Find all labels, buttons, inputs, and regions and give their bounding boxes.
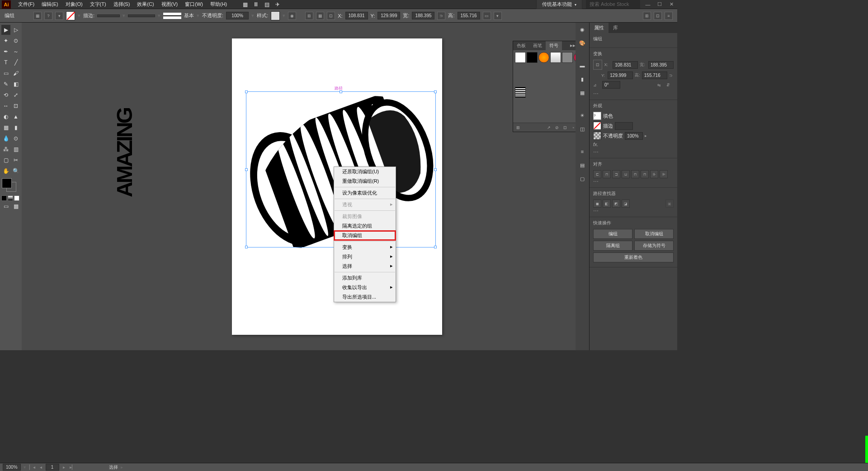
distribute-h-icon[interactable]: ⊪ — [650, 170, 658, 178]
mesh-tool[interactable]: ▦ — [1, 123, 10, 133]
reference-point[interactable]: ⊡ — [327, 12, 335, 20]
menu-item[interactable]: 视图(V) — [158, 1, 182, 8]
pathfinder-intersect-icon[interactable]: ◩ — [612, 200, 620, 208]
close-icon[interactable]: ✕ — [667, 1, 675, 7]
more-options-icon[interactable]: ⋯ — [593, 178, 599, 185]
recolor-icon[interactable]: ◉ — [288, 12, 296, 20]
line-tool[interactable]: ╱ — [11, 57, 20, 67]
screen-mode-icon[interactable]: ▭ — [1, 201, 10, 211]
slice-tool[interactable]: ✂ — [11, 155, 20, 165]
scale-tool[interactable]: ⤢ — [11, 90, 20, 100]
symbol-item[interactable] — [550, 52, 561, 63]
stroke-weight-input[interactable] — [615, 122, 633, 130]
tab-libraries[interactable]: 库 — [609, 23, 623, 33]
resize-handle[interactable] — [434, 90, 437, 93]
pathfinder-unite-icon[interactable]: ◼ — [593, 200, 601, 208]
quick-ungroup-button[interactable]: 取消编组 — [634, 229, 674, 239]
more-options-icon[interactable]: ⋯ — [593, 90, 599, 97]
context-menu-item[interactable]: 选择 — [334, 262, 396, 271]
none-mode-icon[interactable] — [14, 195, 19, 201]
h-input[interactable]: 155.716 — [458, 12, 480, 19]
options-icon[interactable]: ⊡ — [562, 124, 568, 131]
resize-handle[interactable] — [245, 246, 248, 248]
menu-item[interactable]: 文字(T) — [86, 1, 110, 8]
prefs-icon[interactable]: ⊡ — [654, 12, 662, 20]
gradient-tool[interactable]: ▮ — [11, 123, 20, 133]
pathfinder-exclude-icon[interactable]: ◪ — [622, 200, 630, 208]
blend-tool[interactable]: ⊙ — [11, 133, 20, 143]
align-vcenter-icon[interactable]: ⊓ — [631, 170, 639, 178]
tab-properties[interactable]: 属性 — [590, 23, 609, 33]
type-tool[interactable]: T — [1, 57, 10, 67]
context-menu-item[interactable]: 添加到库 — [334, 273, 396, 283]
flip-h-icon[interactable]: ⇋ — [657, 83, 665, 87]
quick-recolor-button[interactable]: 重新着色 — [593, 252, 674, 262]
selection-tool[interactable]: ▶ — [1, 25, 10, 35]
link-wh-icon[interactable]: ⊃ — [669, 73, 674, 78]
pen-tool[interactable]: ✒ — [1, 47, 10, 57]
menu-item[interactable]: 帮助(H) — [207, 1, 231, 8]
menu-item[interactable]: 文件(F) — [14, 1, 38, 8]
setup-icon[interactable]: ⊞ — [643, 12, 651, 20]
prop-angle-input[interactable] — [602, 81, 620, 89]
symbol-sprayer-tool[interactable]: ⁂ — [1, 144, 10, 154]
dock-transparency-icon[interactable]: ▦ — [577, 88, 587, 98]
context-menu-item[interactable]: 还原取消编组(U) — [334, 167, 396, 176]
menu-item[interactable]: 对象(O) — [62, 1, 86, 8]
w-input[interactable]: 188.395 — [412, 12, 434, 19]
new-icon[interactable]: ▫ — [570, 124, 576, 131]
menu-item[interactable]: 编辑(E) — [38, 1, 62, 8]
fx-label[interactable]: fx. — [593, 142, 599, 147]
quick-group-button[interactable]: 编组 — [593, 229, 632, 239]
panel-tab-swatches[interactable]: 色板 — [513, 41, 529, 50]
dock-guide-icon[interactable]: 🎨 — [577, 38, 587, 48]
flip-v-icon[interactable]: ⇵ — [666, 83, 674, 87]
color-mode-icon[interactable] — [1, 195, 7, 201]
maximize-icon[interactable]: ☐ — [656, 1, 664, 7]
menubar-icon[interactable]: ▦ — [240, 0, 250, 10]
align-bottom-icon[interactable]: ⊓ — [641, 170, 649, 178]
fill-stroke-swatch[interactable] — [1, 178, 21, 195]
dock-appearance-icon[interactable]: ☀ — [577, 110, 587, 120]
paintbrush-tool[interactable]: 🖌 — [11, 68, 20, 78]
fill-swatch[interactable]: ▦ — [33, 12, 42, 20]
more-options-icon[interactable]: ⋯ — [593, 208, 599, 214]
menu-item[interactable]: 效果(C) — [133, 1, 157, 8]
link-wh-icon[interactable]: ⊃ — [437, 12, 445, 20]
align-top-icon[interactable]: ⊔ — [622, 170, 630, 178]
quick-save-symbol-button[interactable]: 存储为符号 — [634, 241, 674, 251]
symbol-item[interactable] — [527, 52, 538, 63]
context-menu-item[interactable]: 变换 — [334, 243, 396, 252]
stroke-swatch[interactable] — [66, 11, 75, 20]
resize-handle[interactable] — [340, 90, 342, 93]
library-icon[interactable]: ⊞ — [515, 124, 521, 131]
free-transform-tool[interactable]: ⊡ — [11, 101, 20, 111]
resize-handle[interactable] — [245, 90, 248, 93]
opacity-input[interactable]: 100% — [226, 12, 249, 19]
canvas-area[interactable]: AMAZING — [22, 23, 576, 350]
prop-y-input[interactable] — [608, 71, 633, 79]
resize-handle[interactable] — [245, 168, 248, 171]
menubar-icon[interactable]: ▤ — [262, 0, 272, 10]
symbol-item[interactable] — [515, 87, 526, 98]
symbol-item[interactable] — [515, 52, 526, 63]
align-hcenter-icon[interactable]: ⊓ — [603, 170, 611, 178]
menu-item[interactable]: 窗口(W) — [181, 1, 207, 8]
symbol-item[interactable] — [574, 52, 576, 63]
align-left-icon[interactable]: ⊏ — [593, 170, 601, 178]
stroke-weight-input[interactable] — [97, 14, 120, 17]
distribute-v-icon[interactable]: ⊫ — [660, 170, 668, 178]
menubar-icon[interactable]: Ⅲ — [251, 0, 261, 10]
dock-stroke-icon[interactable]: ▬ — [577, 61, 587, 71]
magic-wand-tool[interactable]: ✦ — [1, 36, 10, 46]
symbol-item[interactable] — [538, 52, 549, 63]
shape-builder-tool[interactable]: ◐ — [1, 112, 10, 122]
dock-asset-icon[interactable]: ▤ — [577, 160, 587, 170]
artboard-tool[interactable]: ▢ — [1, 155, 10, 165]
menubar-icon[interactable]: ✈ — [273, 0, 283, 10]
dock-layers-icon[interactable]: ≡ — [577, 147, 587, 157]
width-tool[interactable]: ↔ — [1, 101, 10, 111]
dock-artboards-icon[interactable]: ▢ — [577, 174, 587, 184]
graph-tool[interactable]: ▥ — [11, 144, 20, 154]
panel-tab-symbols[interactable]: 符号 — [546, 41, 562, 50]
